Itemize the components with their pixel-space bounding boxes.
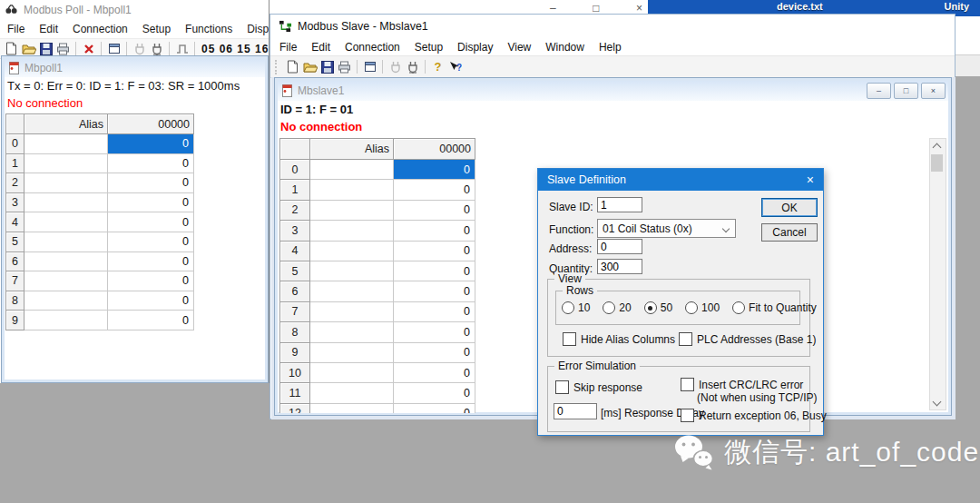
alias-cell[interactable] [310,180,394,200]
value-cell[interactable]: 0 [108,271,194,291]
row-header-cell[interactable]: 8 [6,291,24,311]
return-exception-checkbox[interactable] [681,409,694,422]
taskbar-item-device-txt[interactable]: device.txt [777,1,823,12]
grid-alias-header[interactable]: Alias [310,139,394,160]
grid-alias-header[interactable]: Alias [24,114,108,134]
open-file-icon[interactable] [302,60,318,74]
taskbar-item-unity[interactable]: Unity [945,1,970,12]
disconnect-icon[interactable] [132,42,147,56]
row-header-cell[interactable]: 2 [280,201,310,221]
radio-rows-100[interactable] [685,301,698,314]
function-select[interactable]: 01 Coil Status (0x) [597,219,736,238]
value-cell[interactable]: 0 [108,134,194,154]
row-header-cell[interactable]: 3 [280,221,310,241]
context-help-icon[interactable]: ? [447,60,463,74]
skip-response-checkbox[interactable] [555,380,569,394]
value-cell[interactable]: 0 [108,232,194,252]
row-header-cell[interactable]: 0 [6,134,24,154]
scroll-down-icon[interactable] [930,396,944,409]
alias-cell[interactable] [310,160,394,180]
row-header-cell[interactable]: 6 [6,252,24,272]
function-code-buttons[interactable]: 05 06 15 16 [201,43,269,55]
row-header-cell[interactable]: 12 [280,404,310,413]
alias-cell[interactable] [310,221,394,241]
alias-cell[interactable] [310,322,394,342]
menu-item-connection[interactable]: Connection [338,41,407,54]
cancel-button[interactable]: Cancel [761,223,818,242]
value-cell[interactable]: 0 [108,173,194,193]
value-cell[interactable]: 0 [108,212,194,232]
value-cell[interactable]: 0 [108,154,194,174]
menu-item-view[interactable]: View [500,41,538,54]
maximize-icon[interactable]: □ [593,2,599,15]
ok-button[interactable]: OK [761,198,818,217]
alias-cell[interactable] [24,134,108,154]
value-cell[interactable]: 0 [394,404,475,413]
menu-item-file[interactable]: File [0,23,32,35]
value-cell[interactable]: 0 [394,363,475,383]
grid-corner-header[interactable] [280,139,310,160]
radio-fit-to-quantity[interactable] [732,301,745,314]
row-header-cell[interactable]: 5 [280,261,310,281]
row-header-cell[interactable]: 8 [280,322,310,342]
row-header-cell[interactable]: 5 [6,232,24,252]
radio-rows-20[interactable] [603,301,615,314]
plc-addresses-checkbox[interactable] [679,332,692,346]
value-cell[interactable]: 0 [108,252,194,272]
minimize-icon[interactable]: – [550,2,556,15]
save-icon[interactable] [319,60,335,74]
row-header-cell[interactable]: 2 [6,173,24,193]
alias-cell[interactable] [24,212,108,232]
alias-cell[interactable] [310,281,394,301]
alias-cell[interactable] [24,232,108,252]
open-file-icon[interactable] [21,42,36,56]
row-header-cell[interactable]: 7 [280,302,310,322]
quantity-input[interactable] [597,259,642,274]
value-cell[interactable]: 0 [394,343,475,363]
alias-cell[interactable] [310,363,394,383]
menu-item-setup[interactable]: Setup [135,23,178,35]
value-cell[interactable]: 0 [394,180,475,200]
value-cell[interactable]: 0 [108,193,194,213]
hide-alias-checkbox[interactable] [563,332,576,346]
alias-cell[interactable] [310,404,394,413]
value-cell[interactable]: 0 [394,201,475,221]
value-cell[interactable]: 0 [394,160,475,180]
grid-address-header[interactable]: 00000 [108,114,194,134]
value-cell[interactable]: 0 [394,242,475,261]
value-cell[interactable]: 0 [108,291,194,311]
delete-icon[interactable] [81,42,96,56]
alias-cell[interactable] [310,261,394,281]
menu-item-setup[interactable]: Setup [407,41,450,54]
row-header-cell[interactable]: 1 [280,180,310,200]
row-header-cell[interactable]: 0 [280,160,310,180]
alias-cell[interactable] [310,383,394,403]
response-delay-input[interactable] [554,403,597,419]
minimize-icon[interactable]: – [867,83,891,99]
new-file-icon[interactable] [4,42,19,56]
row-header-cell[interactable]: 1 [6,154,24,174]
row-header-cell[interactable]: 10 [280,363,310,383]
scroll-up-icon[interactable] [930,139,944,153]
radio-rows-10[interactable] [562,301,574,314]
disconnect-icon[interactable] [387,60,403,74]
insert-crc-checkbox[interactable] [681,378,694,391]
print-icon[interactable] [337,60,352,74]
setup-window-icon[interactable] [106,42,122,56]
close-icon[interactable]: × [807,173,814,186]
alias-cell[interactable] [24,154,108,174]
value-cell[interactable]: 0 [394,281,475,301]
menu-item-connection[interactable]: Connection [65,23,135,35]
value-cell[interactable]: 0 [394,322,475,342]
row-header-cell[interactable]: 9 [280,343,310,363]
scrollbar-thumb[interactable] [931,154,943,172]
row-header-cell[interactable]: 6 [280,281,310,301]
connect-icon[interactable] [405,60,420,74]
restore-icon[interactable]: □ [894,83,918,99]
alias-cell[interactable] [24,252,108,272]
value-cell[interactable]: 0 [394,383,475,403]
alias-cell[interactable] [24,311,108,330]
radio-rows-50[interactable] [644,301,657,314]
menu-item-display[interactable]: Display [450,41,500,54]
alias-cell[interactable] [310,343,394,363]
